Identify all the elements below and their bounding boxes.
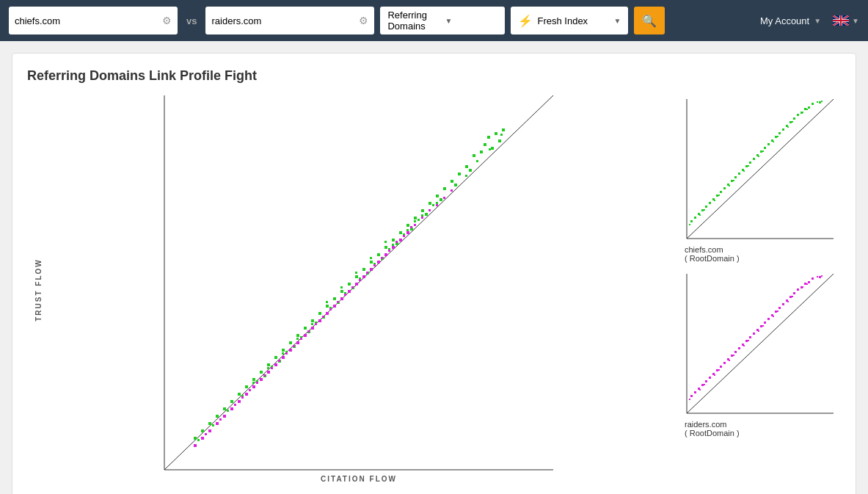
index-dropdown[interactable]: ⚡ Fresh Index ▼ [511, 7, 628, 34]
svg-rect-128 [230, 407, 233, 410]
svg-rect-216 [718, 195, 720, 196]
svg-rect-49 [282, 349, 285, 352]
mini-scatter-chiefs [683, 95, 837, 242]
svg-rect-48 [289, 341, 292, 344]
svg-rect-60 [223, 407, 226, 410]
svg-rect-5 [487, 136, 490, 139]
svg-rect-165 [410, 226, 412, 228]
metric-dropdown[interactable]: Referring Domains ▼ [380, 7, 505, 34]
svg-rect-196 [760, 150, 762, 153]
svg-rect-68 [370, 257, 372, 259]
svg-rect-75 [282, 352, 284, 355]
svg-rect-221 [792, 121, 793, 123]
svg-rect-178 [749, 161, 751, 164]
svg-rect-51 [274, 356, 277, 359]
svg-rect-190 [716, 195, 718, 197]
svg-rect-146 [219, 418, 222, 421]
account-area[interactable]: My Account ▼ [760, 15, 821, 26]
svg-rect-122 [274, 363, 277, 366]
svg-rect-104 [406, 231, 409, 234]
site1-gear-icon[interactable]: ⚙ [162, 15, 172, 26]
svg-rect-157 [256, 382, 258, 384]
svg-rect-63 [201, 429, 204, 432]
svg-rect-86 [392, 244, 394, 246]
svg-rect-192 [731, 180, 733, 182]
svg-rect-154 [300, 338, 302, 340]
svg-rect-31 [370, 261, 373, 264]
svg-rect-74 [296, 338, 299, 340]
svg-rect-82 [476, 160, 478, 162]
svg-rect-30 [377, 253, 380, 256]
svg-rect-14 [469, 169, 472, 172]
svg-rect-85 [406, 229, 409, 231]
svg-rect-9 [473, 154, 475, 157]
svg-rect-148 [388, 250, 390, 252]
svg-rect-130 [216, 422, 219, 425]
svg-rect-119 [296, 341, 299, 344]
svg-rect-266 [758, 330, 759, 332]
site2-search-box[interactable]: ⚙ [205, 7, 374, 34]
search-button[interactable]: 🔍 [634, 7, 665, 34]
svg-rect-62 [208, 422, 211, 425]
site1-input[interactable] [15, 15, 159, 26]
lightning-icon: ⚡ [518, 14, 533, 28]
svg-rect-260 [812, 277, 814, 280]
svg-rect-176 [734, 176, 737, 178]
svg-rect-18 [436, 195, 439, 197]
svg-rect-124 [260, 378, 263, 381]
y-axis-label: TRUST FLOW [34, 258, 43, 322]
svg-rect-155 [285, 352, 288, 355]
mini-chart-chiefs: chiefs.com ( RootDomain ) [683, 95, 841, 263]
svg-rect-145 [234, 404, 236, 406]
svg-rect-237 [764, 322, 766, 324]
svg-rect-52 [267, 363, 270, 366]
svg-rect-229 [705, 380, 707, 382]
svg-rect-187 [694, 217, 696, 219]
svg-rect-164 [451, 189, 453, 192]
svg-rect-159 [414, 224, 416, 226]
svg-rect-246 [709, 377, 711, 379]
gb-flag-icon [833, 15, 849, 26]
svg-rect-40 [326, 305, 329, 308]
svg-rect-202 [804, 108, 806, 110]
svg-rect-144 [249, 389, 251, 391]
svg-rect-267 [773, 316, 774, 317]
site2-input[interactable] [211, 15, 356, 26]
svg-rect-160 [421, 217, 423, 219]
svg-rect-235 [749, 336, 751, 338]
svg-rect-184 [793, 117, 795, 120]
svg-rect-34 [355, 275, 358, 278]
site1-search-box[interactable]: ⚙ [9, 7, 178, 34]
svg-rect-248 [723, 362, 726, 364]
language-selector[interactable]: ▼ [833, 15, 859, 26]
svg-rect-117 [311, 327, 314, 330]
main-scatter-svg [49, 95, 668, 470]
svg-rect-251 [745, 340, 748, 342]
svg-rect-182 [778, 132, 781, 134]
svg-rect-256 [782, 303, 784, 305]
svg-rect-252 [753, 333, 755, 335]
svg-rect-77 [252, 382, 255, 384]
site2-gear-icon[interactable]: ⚙ [359, 15, 368, 26]
mini-chart1-sublabel: ( RootDomain ) [683, 254, 841, 263]
svg-rect-200 [789, 121, 792, 123]
svg-rect-118 [304, 334, 307, 337]
svg-rect-114 [333, 305, 336, 308]
svg-rect-120 [289, 349, 292, 352]
svg-rect-151 [344, 294, 346, 296]
svg-rect-12 [465, 165, 468, 168]
svg-rect-239 [778, 307, 781, 309]
vs-label: vs [183, 15, 200, 26]
svg-rect-57 [245, 385, 248, 388]
svg-rect-7 [484, 143, 486, 146]
index-dropdown-chevron: ▼ [614, 17, 621, 25]
svg-rect-15 [451, 180, 453, 183]
svg-rect-81 [465, 175, 467, 177]
language-chevron-icon: ▼ [852, 17, 859, 25]
mini-chart-raiders: raiders.com ( RootDomain ) [683, 270, 841, 437]
svg-rect-150 [359, 279, 361, 281]
svg-rect-73 [311, 323, 313, 325]
svg-rect-278 [792, 296, 793, 297]
svg-rect-121 [282, 356, 285, 359]
svg-rect-280 [821, 275, 823, 277]
